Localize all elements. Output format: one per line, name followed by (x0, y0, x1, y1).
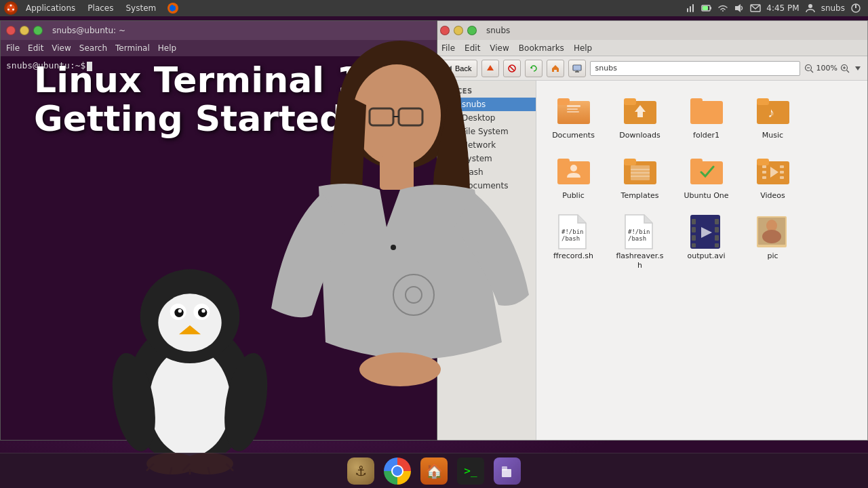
terminal-taskbar-icon: >_ (457, 458, 484, 485)
terminal-prompt: snubs@ubuntu:~$ (6, 60, 85, 70)
svg-rect-113 (780, 176, 784, 179)
svg-point-97 (570, 165, 577, 171)
documents-folder-icon (556, 93, 591, 128)
stop-icon (508, 64, 516, 73)
sidebar-item-network[interactable]: Network (435, 138, 536, 152)
taskbar: ⚓ 🏠 >_ (0, 453, 868, 488)
svg-rect-134 (502, 466, 507, 470)
music-folder-icon: ♪ (755, 93, 791, 128)
downloads-folder-icon (623, 93, 658, 128)
sidebar-item-system[interactable]: System (435, 152, 536, 165)
clock: 4:45 PM (766, 3, 799, 13)
svg-rect-126 (715, 235, 719, 241)
fm-menu-edit[interactable]: Edit (465, 43, 480, 53)
fm-item-flashreaver[interactable]: #!/bin /bash flashreaver.sh (611, 209, 669, 273)
sidebar-item-snubs[interactable]: snubs (435, 98, 536, 111)
templates-folder-icon (623, 153, 658, 188)
svg-rect-111 (780, 165, 784, 168)
fm-menu-help[interactable]: Help (574, 43, 592, 53)
terminal-close-button[interactable] (6, 26, 16, 35)
fm-item-ubuntuone[interactable]: Ubuntu One (677, 149, 735, 204)
sidebar-item-filesystem[interactable]: File System (435, 125, 536, 138)
svg-rect-85 (567, 108, 578, 110)
svg-rect-75 (450, 170, 456, 176)
places-menu[interactable]: Places (83, 3, 117, 13)
svg-text:#!/bin: #!/bin (628, 228, 650, 235)
taskbar-home[interactable]: 🏠 (418, 455, 450, 487)
fm-menu-bookmarks[interactable]: Bookmarks (519, 43, 564, 53)
up-icon (486, 64, 494, 73)
fm-menu-file[interactable]: File (441, 43, 455, 53)
fm-computer-button[interactable] (568, 60, 586, 77)
svg-rect-122 (692, 235, 696, 241)
sidebar-item-trash[interactable]: Trash (435, 165, 536, 179)
svg-rect-88 (624, 98, 636, 105)
zoom-in-icon[interactable] (840, 64, 850, 73)
fm-reload-button[interactable] (525, 60, 542, 77)
wifi-icon (717, 3, 728, 14)
terminal-menu-help[interactable]: Help (158, 43, 176, 53)
fm-sidebar: Places snubs Desktop File System Network… (435, 81, 536, 440)
terminal-maximize-button[interactable] (33, 26, 43, 35)
svg-point-2 (12, 9, 14, 11)
shutdown-icon[interactable] (850, 3, 861, 14)
dropdown-icon[interactable] (854, 64, 862, 73)
pic-file-icon (755, 214, 791, 249)
fm-address-bar[interactable]: snubs (590, 61, 800, 76)
fm-close-button[interactable] (440, 26, 450, 35)
fm-item-folder1[interactable]: folder1 (677, 89, 735, 144)
terminal-menu-view[interactable]: View (52, 43, 71, 53)
svg-rect-109 (762, 171, 766, 174)
zoom-out-icon[interactable] (804, 64, 814, 73)
terminal-menubar: File Edit View Search Terminal Help (1, 40, 437, 56)
downloads-label: Downloads (619, 131, 660, 140)
fm-item-pic[interactable]: pic (744, 209, 802, 273)
volume-icon (734, 3, 745, 14)
templates-label: Templates (621, 191, 659, 200)
sidebar-item-documents[interactable]: Documents (435, 179, 536, 192)
system-menu[interactable]: System (121, 3, 160, 13)
fm-item-public[interactable]: Public (545, 149, 602, 204)
fm-places-section: Places (435, 85, 536, 98)
sidebar-item-desktop[interactable]: Desktop (435, 111, 536, 125)
applications-menu[interactable]: Applications (22, 3, 79, 13)
public-folder-icon (556, 153, 591, 188)
fm-up-button[interactable] (481, 60, 499, 77)
fm-item-output-avi[interactable]: output.avi (677, 209, 735, 273)
fm-toolbar: Back snubs 100% (435, 56, 867, 81)
svg-rect-105 (690, 159, 703, 165)
fm-stop-button[interactable] (503, 60, 521, 77)
fm-item-ffrecord[interactable]: #!/bin /bash ffrecord.sh (545, 209, 602, 273)
reload-icon (530, 64, 538, 73)
terminal-menu-edit[interactable]: Edit (28, 43, 43, 53)
fm-content: Documents Downloads (536, 81, 867, 440)
taskbar-terminal[interactable]: >_ (455, 455, 486, 487)
pic-label: pic (767, 251, 778, 260)
svg-text:/bash: /bash (628, 235, 646, 242)
fm-item-music[interactable]: ♪ Music (744, 89, 802, 144)
fm-item-documents[interactable]: Documents (545, 89, 602, 144)
fm-back-button[interactable]: Back (440, 60, 477, 77)
terminal-menu-search[interactable]: Search (79, 43, 107, 53)
fm-item-videos[interactable]: Videos (744, 149, 802, 204)
svg-marker-48 (448, 66, 452, 71)
svg-marker-64 (855, 66, 861, 70)
fm-item-downloads[interactable]: Downloads (611, 89, 669, 144)
terminal-menu-terminal[interactable]: Terminal (115, 43, 150, 53)
fm-home-button[interactable] (547, 60, 564, 77)
taskbar-chrome[interactable] (382, 455, 413, 487)
taskbar-files[interactable] (492, 455, 523, 487)
svg-point-18 (149, 348, 231, 456)
fm-maximize-button[interactable] (467, 26, 477, 35)
system-sidebar-icon (448, 154, 458, 163)
ubuntu-logo-icon[interactable] (4, 1, 18, 15)
fm-item-templates[interactable]: Templates (611, 149, 669, 204)
fm-minimize-button[interactable] (454, 26, 463, 35)
terminal-menu-file[interactable]: File (6, 43, 20, 53)
svg-rect-99 (624, 159, 636, 165)
taskbar-anchor[interactable]: ⚓ (345, 455, 376, 487)
terminal-minimize-button[interactable] (20, 26, 29, 35)
tux-penguin (95, 258, 285, 474)
fm-menu-view[interactable]: View (490, 43, 509, 53)
svg-point-20 (158, 293, 221, 351)
